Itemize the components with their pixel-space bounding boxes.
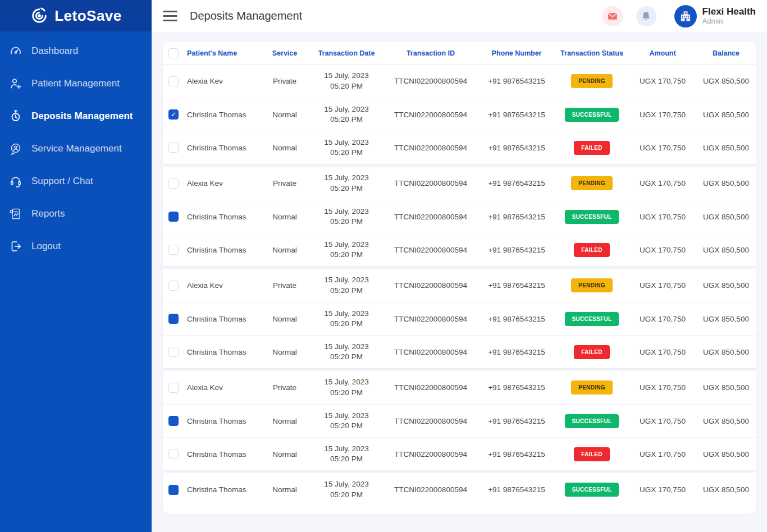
sidebar-item-label: Dashboard xyxy=(31,45,78,57)
table-segment: Patient's Name Service Transaction Date … xyxy=(163,42,756,164)
amount-cell: UGX 170,750 xyxy=(629,213,696,221)
transaction-date-line1: 15 July, 2023 xyxy=(310,71,383,81)
row-checkbox[interactable] xyxy=(168,416,179,426)
headset-icon xyxy=(9,175,22,188)
logo-bar: LetoSave xyxy=(0,0,152,31)
main-content: Patient's Name Service Transaction Date … xyxy=(152,32,767,532)
transaction-id-cell: TTCNI022000800594 xyxy=(383,144,478,152)
row-checkbox[interactable] xyxy=(168,76,179,86)
service-cell: Normal xyxy=(259,213,310,221)
amount-cell: UGX 170,750 xyxy=(629,246,696,254)
transaction-date-line2: 05:20 PM xyxy=(310,490,383,500)
notifications-button[interactable] xyxy=(636,6,656,26)
status-badge: SUCCESSFUL xyxy=(565,210,619,224)
transaction-id-cell: TTCNI022000800594 xyxy=(383,485,478,494)
balance-cell: UGX 850,500 xyxy=(696,348,756,356)
letosave-swirl-icon xyxy=(30,6,49,25)
transaction-date-line1: 15 July, 2023 xyxy=(310,444,383,454)
patient-name-cell: Christina Thomas xyxy=(184,213,259,221)
transaction-id-cell: TTCNI022000800594 xyxy=(383,417,478,425)
row-checkbox[interactable] xyxy=(168,109,179,120)
row-checkbox[interactable] xyxy=(168,383,179,393)
transaction-date-cell: 15 July, 2023 05:20 PM xyxy=(310,240,383,260)
transaction-date-line2: 05:20 PM xyxy=(310,319,383,329)
transaction-date-cell: 15 July, 2023 05:20 PM xyxy=(310,342,383,362)
service-cell: Normal xyxy=(259,144,310,152)
transaction-date-cell: 15 July, 2023 05:20 PM xyxy=(310,173,383,193)
patient-name-cell: Christina Thomas xyxy=(184,348,259,356)
sidebar-item-reports[interactable]: Reports xyxy=(0,198,152,230)
patient-name-cell: Christina Thomas xyxy=(184,485,259,494)
table-row: Alexia Kev Private 15 July, 2023 05:20 P… xyxy=(163,371,756,404)
sidebar-item-support-chat[interactable]: Support / Chat xyxy=(0,165,152,198)
transaction-date-line1: 15 July, 2023 xyxy=(310,275,383,285)
patient-name-cell: Alexia Kev xyxy=(184,179,259,187)
row-checkbox[interactable] xyxy=(168,143,179,153)
sidebar-item-dashboard[interactable]: Dashboard xyxy=(0,35,152,67)
balance-cell: UGX 850,500 xyxy=(696,144,756,152)
transaction-date-cell: 15 July, 2023 05:20 PM xyxy=(310,71,383,91)
row-checkbox[interactable] xyxy=(168,281,179,291)
transaction-date-line1: 15 July, 2023 xyxy=(310,207,383,217)
amount-cell: UGX 170,750 xyxy=(629,315,696,323)
balance-cell: UGX 850,500 xyxy=(696,315,756,323)
status-badge: PENDING xyxy=(571,74,613,88)
select-all-checkbox[interactable] xyxy=(168,48,179,58)
transaction-date-line2: 05:20 PM xyxy=(310,81,383,91)
table-row: Alexia Kev Private 15 July, 2023 05:20 P… xyxy=(163,269,756,302)
transaction-date-cell: 15 July, 2023 05:20 PM xyxy=(310,377,383,397)
table-row: Christina Thomas Normal 15 July, 2023 05… xyxy=(163,200,756,233)
bell-icon xyxy=(641,11,651,21)
user-avatar[interactable] xyxy=(674,5,697,27)
row-checkbox[interactable] xyxy=(168,178,179,189)
mail-button[interactable] xyxy=(602,6,623,26)
row-checkbox[interactable] xyxy=(168,245,179,255)
phone-number-cell: +91 9876543215 xyxy=(478,485,555,494)
table-row: Christina Thomas Normal 15 July, 2023 05… xyxy=(163,131,756,164)
service-cell: Normal xyxy=(259,315,310,323)
deposit-timer-icon xyxy=(9,109,22,123)
user-role: Admin xyxy=(702,17,756,26)
transaction-date-line2: 05:20 PM xyxy=(310,454,383,464)
sidebar-item-service-management[interactable]: Service Management xyxy=(0,132,152,165)
table-row: Christina Thomas Normal 15 July, 2023 05… xyxy=(163,335,756,368)
sidebar-item-deposits-management[interactable]: Deposits Management xyxy=(0,100,152,132)
patient-name-cell: Alexia Kev xyxy=(184,77,259,85)
amount-cell: UGX 170,750 xyxy=(629,179,696,187)
sidebar-item-logout[interactable]: Logout xyxy=(0,230,152,263)
status-badge: FAILED xyxy=(574,345,609,359)
table-row: Christina Thomas Normal 15 July, 2023 05… xyxy=(163,233,756,266)
service-cell: Private xyxy=(259,281,310,290)
user-info: Flexi Health Admin xyxy=(702,6,756,25)
table-segment: Alexia Kev Private 15 July, 2023 05:20 P… xyxy=(163,269,756,368)
amount-cell: UGX 170,750 xyxy=(629,383,696,392)
hamburger-icon[interactable] xyxy=(163,11,177,21)
amount-cell: UGX 170,750 xyxy=(629,417,696,425)
row-checkbox[interactable] xyxy=(168,485,179,495)
status-badge: FAILED xyxy=(574,243,609,257)
transaction-id-cell: TTCNI022000800594 xyxy=(383,213,478,221)
row-checkbox[interactable] xyxy=(168,314,179,324)
status-badge: FAILED xyxy=(574,447,609,461)
phone-number-cell: +91 9876543215 xyxy=(478,213,555,221)
phone-number-cell: +91 9876543215 xyxy=(478,281,555,290)
status-badge: PENDING xyxy=(571,176,613,190)
transaction-id-cell: TTCNI022000800594 xyxy=(383,246,478,254)
transaction-date-line2: 05:20 PM xyxy=(310,352,383,362)
row-checkbox[interactable] xyxy=(168,449,179,459)
column-header-transaction-date: Transaction Date xyxy=(310,49,383,57)
sidebar-item-patient-management[interactable]: Patient Management xyxy=(0,67,152,100)
service-cell: Normal xyxy=(259,111,310,119)
transaction-date-line2: 05:20 PM xyxy=(310,286,383,296)
transaction-date-cell: 15 July, 2023 05:20 PM xyxy=(310,137,383,158)
amount-cell: UGX 170,750 xyxy=(629,348,696,356)
row-checkbox[interactable] xyxy=(168,212,179,222)
transaction-id-cell: TTCNI022000800594 xyxy=(383,450,478,458)
patient-add-icon xyxy=(9,77,22,90)
table-row: Alexia Kev Private 15 July, 2023 05:20 P… xyxy=(163,65,756,98)
table-row: Christina Thomas Normal 15 July, 2023 05… xyxy=(163,404,756,437)
deposits-table: Patient's Name Service Transaction Date … xyxy=(163,42,756,514)
report-chart-icon xyxy=(9,207,22,221)
row-checkbox[interactable] xyxy=(168,347,179,357)
balance-cell: UGX 850,500 xyxy=(696,281,756,290)
